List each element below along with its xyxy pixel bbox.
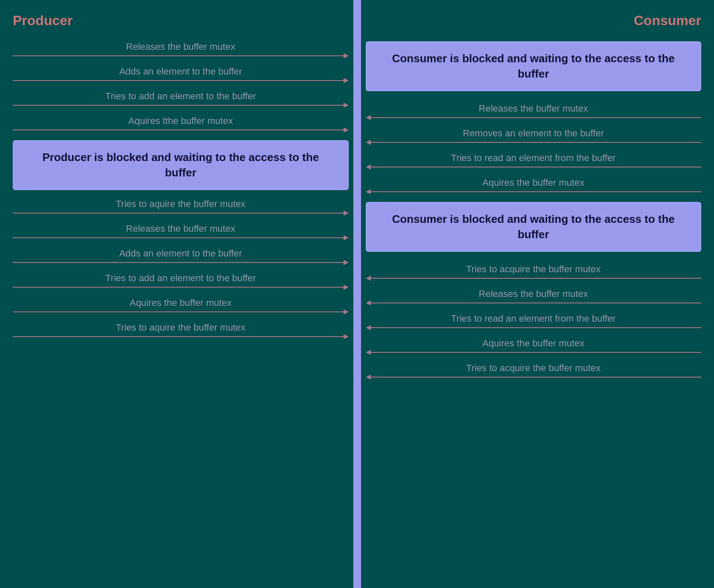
producer-event-7: Adds an element to the buffer — [13, 248, 349, 265]
arrowhead-9 — [344, 309, 349, 314]
consumer-title: Consumer — [366, 13, 702, 29]
arrow-line-9 — [13, 311, 344, 312]
arrowhead-6 — [344, 235, 349, 240]
consumer-arrow-5 — [366, 276, 702, 281]
consumer-arrowhead-7 — [366, 325, 371, 330]
consumer-line-6 — [371, 303, 702, 303]
arrow-line-1 — [13, 55, 344, 56]
consumer-label-3: Tries to read an element from the buffer — [366, 153, 702, 164]
arrow-line-2 — [13, 80, 344, 81]
center-divider — [353, 0, 361, 588]
producer-label-2: Adds an element to the buffer — [13, 66, 349, 77]
producer-event-1: Releases the buffer mutex — [13, 41, 349, 58]
consumer-arrowhead-3 — [366, 164, 371, 170]
consumer-arrowhead-4 — [366, 189, 371, 194]
arrowhead-4 — [344, 127, 349, 133]
arrowhead-10 — [344, 334, 349, 339]
producer-arrow-1 — [13, 53, 349, 58]
consumer-label-7: Tries to read an element from the buffer — [366, 313, 702, 324]
consumer-line-5 — [371, 278, 702, 279]
consumer-event-7: Tries to read an element from the buffer — [366, 313, 702, 330]
consumer-panel: Consumer Consumer is blocked and waiting… — [357, 0, 714, 588]
consumer-blocked-box-top: Consumer is blocked and waiting to the a… — [366, 41, 702, 91]
consumer-line-8 — [371, 352, 702, 353]
producer-arrow-4 — [13, 127, 349, 133]
producer-label-10: Tries to aquire the buffer mutex — [13, 322, 349, 333]
producer-blocked-box: Producer is blocked and waiting to the a… — [13, 140, 349, 190]
consumer-line-9 — [371, 377, 702, 378]
producer-label-7: Adds an element to the buffer — [13, 248, 349, 259]
consumer-label-2: Removes an element to the buffer — [366, 128, 702, 139]
producer-arrow-7 — [13, 260, 349, 265]
producer-arrow-3 — [13, 103, 349, 108]
consumer-line-4 — [371, 191, 702, 192]
main-container: Producer Releases the buffer mutex Adds … — [0, 0, 714, 588]
consumer-arrow-6 — [366, 300, 702, 306]
producer-arrow-9 — [13, 309, 349, 314]
consumer-event-1: Releases the buffer mutex — [366, 103, 702, 120]
consumer-arrow-3 — [366, 164, 702, 170]
consumer-label-6: Releases the buffer mutex — [366, 288, 702, 300]
consumer-event-8: Aquires the buffer mutex — [366, 338, 702, 355]
arrow-line-10 — [13, 336, 344, 337]
consumer-label-8: Aquires the buffer mutex — [366, 338, 702, 349]
producer-arrow-5 — [13, 210, 349, 216]
producer-event-6: Releases the buffer mutex — [13, 223, 349, 240]
arrowhead-3 — [344, 103, 349, 108]
consumer-label-5: Tries to acquire the buffer mutex — [366, 264, 702, 275]
arrow-line-3 — [13, 105, 344, 106]
producer-label-1: Releases the buffer mutex — [13, 41, 349, 52]
producer-label-3: Tries to add an element to the buffer — [13, 91, 349, 102]
consumer-line-3 — [371, 167, 702, 167]
consumer-blocked-box-bottom: Consumer is blocked and waiting to the a… — [366, 202, 702, 252]
arrow-line-8 — [13, 287, 344, 288]
consumer-event-6: Releases the buffer mutex — [366, 288, 702, 306]
producer-event-8: Tries to add an element to the buffer — [13, 273, 349, 290]
arrowhead-1 — [344, 53, 349, 58]
consumer-arrowhead-1 — [366, 115, 371, 120]
producer-event-10: Tries to aquire the buffer mutex — [13, 322, 349, 339]
producer-event-5: Tries to aquire the buffer mutex — [13, 199, 349, 216]
consumer-arrowhead-5 — [366, 276, 371, 281]
consumer-arrow-7 — [366, 325, 702, 330]
consumer-arrow-8 — [366, 350, 702, 355]
producer-event-9: Aquires the buffer mutex — [13, 297, 349, 314]
arrow-line-5 — [13, 213, 344, 213]
consumer-arrowhead-6 — [366, 300, 371, 306]
consumer-arrowhead-8 — [366, 350, 371, 355]
arrowhead-2 — [344, 78, 349, 83]
consumer-arrowhead-2 — [366, 140, 371, 145]
consumer-label-1: Releases the buffer mutex — [366, 103, 702, 114]
consumer-line-1 — [371, 117, 702, 118]
consumer-event-3: Tries to read an element from the buffer — [366, 153, 702, 170]
consumer-label-9: Tries to acquire the buffer mutex — [366, 363, 702, 374]
consumer-label-4: Aquires the buffer mutex — [366, 177, 702, 188]
producer-label-5: Tries to aquire the buffer mutex — [13, 199, 349, 210]
consumer-arrow-1 — [366, 115, 702, 120]
producer-event-2: Adds an element to the buffer — [13, 66, 349, 83]
consumer-event-5: Tries to acquire the buffer mutex — [366, 264, 702, 281]
arrowhead-8 — [344, 285, 349, 290]
arrow-line-4 — [13, 130, 344, 130]
consumer-arrow-4 — [366, 189, 702, 194]
producer-label-9: Aquires the buffer mutex — [13, 297, 349, 308]
arrow-line-7 — [13, 262, 344, 263]
producer-panel: Producer Releases the buffer mutex Adds … — [0, 0, 357, 588]
consumer-event-2: Removes an element to the buffer — [366, 128, 702, 145]
consumer-line-7 — [371, 327, 702, 328]
producer-title: Producer — [13, 13, 349, 29]
producer-arrow-10 — [13, 334, 349, 339]
arrow-line-6 — [13, 237, 344, 238]
consumer-event-9: Tries to acquire the buffer mutex — [366, 363, 702, 380]
producer-arrow-6 — [13, 235, 349, 240]
producer-label-6: Releases the buffer mutex — [13, 223, 349, 234]
producer-label-8: Tries to add an element to the buffer — [13, 273, 349, 284]
producer-event-3: Tries to add an element to the buffer — [13, 91, 349, 108]
arrowhead-5 — [344, 210, 349, 216]
producer-event-4: Aquires tthe buffer mutex — [13, 115, 349, 133]
consumer-arrowhead-9 — [366, 375, 371, 380]
consumer-arrow-2 — [366, 140, 702, 145]
arrowhead-7 — [344, 260, 349, 265]
producer-label-4: Aquires tthe buffer mutex — [13, 115, 349, 127]
producer-arrow-8 — [13, 285, 349, 290]
